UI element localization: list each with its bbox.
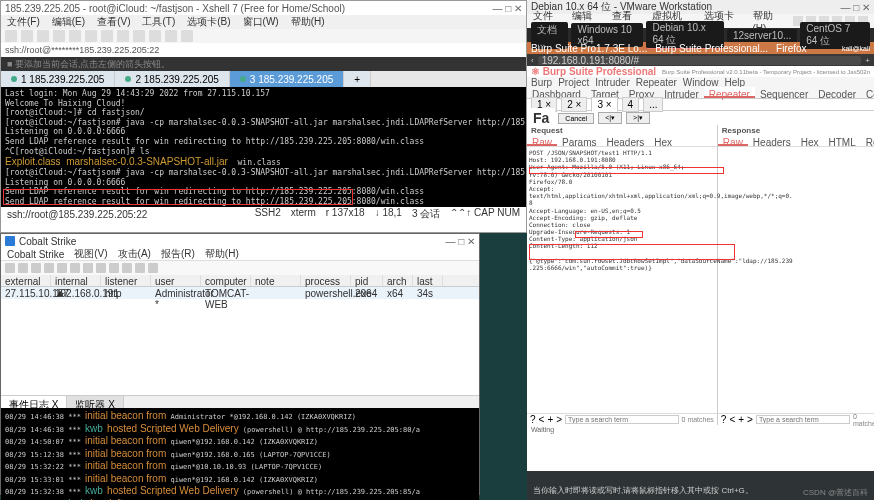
xshell-window-controls[interactable]: — □ ✕ [492,3,522,14]
rst-params[interactable]: Params [557,136,601,146]
toolbar-icon[interactable] [181,30,193,42]
bmenu[interactable]: Project [558,77,589,88]
rtab[interactable]: 2 × [561,97,587,112]
add-icon[interactable]: + [738,414,744,425]
toolbar-icon[interactable] [101,30,113,42]
bmenu[interactable]: Window [683,77,719,88]
pst-hex[interactable]: Hex [796,136,824,146]
th-computer[interactable]: computer [201,275,251,286]
btab-comparer[interactable]: Comparer [861,87,874,98]
rtab-more[interactable]: ... [643,97,663,112]
toolbar-icon[interactable] [85,30,97,42]
nav-icon[interactable]: < [729,414,735,425]
ctb-icon[interactable] [83,263,93,273]
app-tab[interactable]: Burp Suite Pro1.7.3E Lo... [531,43,647,54]
menu-help[interactable]: 帮助(H) [291,15,325,29]
th-process[interactable]: process [301,275,351,286]
cmenu-cs[interactable]: Cobalt Strike [7,249,64,260]
xshell-toolbar[interactable] [1,29,526,43]
menu-window[interactable]: 窗口(W) [243,15,279,29]
menu-edit[interactable]: 编辑(E) [52,15,85,29]
toolbar-icon[interactable] [117,30,129,42]
toolbar-icon[interactable] [5,30,17,42]
cmenu-view[interactable]: 视图(V) [74,247,107,261]
prev-button[interactable]: <|▾ [598,112,622,124]
rtab[interactable]: 4 [622,97,640,112]
cmenu-report[interactable]: 报告(R) [161,247,195,261]
ctb-icon[interactable] [122,263,132,273]
ctb-icon[interactable] [70,263,80,273]
xshell-tab-2[interactable]: 2 185.239.225.205 [115,71,229,87]
next-button[interactable]: >|▾ [626,112,650,124]
xshell-address[interactable]: ssh://root@********185.239.225.205:22 [1,43,526,57]
rtab-active[interactable]: 3 × [591,97,617,112]
toolbar-icon[interactable] [37,30,49,42]
btab-decoder[interactable]: Decoder [813,87,861,98]
toolbar-icon[interactable] [149,30,161,42]
th-user[interactable]: user [151,275,201,286]
cobalt-event-log[interactable]: 08/29 14:46:38 *** initial beacon from A… [1,408,479,500]
xshell-terminal[interactable]: Last login: Mon Aug 29 14:43:29 2022 fro… [1,87,526,207]
search-input[interactable] [756,415,850,424]
ctb-icon[interactable] [57,263,67,273]
th-external[interactable]: external [1,275,51,286]
btab-sequencer[interactable]: Sequencer [755,87,813,98]
app-tab[interactable]: Burp Suite Professional... [655,43,768,54]
ctb-icon[interactable] [31,263,41,273]
xshell-tab-add[interactable]: + [344,71,371,87]
toolbar-icon[interactable] [69,30,81,42]
ctb-icon[interactable] [96,263,106,273]
cmenu-attack[interactable]: 攻击(A) [118,247,151,261]
pst-headers[interactable]: Headers [748,136,796,146]
pst-render[interactable]: Render [861,136,874,146]
vm-window-controls[interactable]: — □ ✕ [840,2,870,13]
cobalt-toolbar[interactable] [1,261,479,275]
ctb-icon[interactable] [109,263,119,273]
menu-file[interactable]: 文件(F) [7,15,40,29]
pst-html[interactable]: HTML [823,136,860,146]
th-listener[interactable]: listener [101,275,151,286]
xshell-menubar[interactable]: 文件(F) 编辑(E) 查看(V) 工具(T) 选项卡(B) 窗口(W) 帮助(… [1,15,526,29]
burp-menubar[interactable]: Burp Project Intruder Repeater Window He… [527,77,874,87]
dtab[interactable]: 12server10... [727,29,797,42]
menu-tab[interactable]: 选项卡(B) [187,15,230,29]
search-icon[interactable]: ? [721,414,727,425]
nav-icon[interactable]: > [747,414,753,425]
search-input[interactable] [565,415,678,424]
th-pid[interactable]: pid [351,275,383,286]
menu-view[interactable]: 查看(V) [97,15,130,29]
xshell-tab-1[interactable]: 1 185.239.225.205 [1,71,115,87]
bmenu[interactable]: Burp [531,77,552,88]
bmenu[interactable]: Help [724,77,745,88]
toolbar-icon[interactable] [21,30,33,42]
cancel-button[interactable]: Cancel [558,113,594,124]
btab-intruder[interactable]: Intruder [659,87,703,98]
response-body[interactable] [718,147,874,413]
th-last[interactable]: last [413,275,443,286]
cmenu-help[interactable]: 帮助(H) [205,247,239,261]
app-tab[interactable]: Firefox [776,43,807,54]
toolbar-icon[interactable] [133,30,145,42]
cobalt-menubar[interactable]: Cobalt Strike 视图(V) 攻击(A) 报告(R) 帮助(H) [1,248,479,261]
rst-hex[interactable]: Hex [649,136,677,146]
th-note[interactable]: note [251,275,301,286]
ctb-icon[interactable] [148,263,158,273]
xshell-tab-3[interactable]: 3 185.239.225.205 [230,71,344,87]
table-header[interactable]: external internal ▲ listener user comput… [1,275,479,287]
rst-raw[interactable]: Raw [527,136,557,146]
ctb-icon[interactable] [18,263,28,273]
url-field[interactable]: 192.168.0.191:8080/# [538,56,862,65]
toolbar-icon[interactable] [53,30,65,42]
ctb-icon[interactable] [5,263,15,273]
pst-raw[interactable]: Raw [718,136,748,146]
th-arch[interactable]: arch [383,275,413,286]
nav-back-icon[interactable]: ‹ [531,56,534,65]
th-internal[interactable]: internal ▲ [51,275,101,286]
table-row[interactable]: 27.115.10.157 192.168.0.191 http Adminis… [1,287,479,299]
toolbar-icon[interactable] [165,30,177,42]
bmenu[interactable]: Repeater [636,77,677,88]
btab-listeners[interactable]: 监听器 X [67,396,123,408]
cobalt-window-controls[interactable]: — □ ✕ [445,236,475,247]
menu-tools[interactable]: 工具(T) [142,15,175,29]
bmenu[interactable]: Intruder [595,77,629,88]
